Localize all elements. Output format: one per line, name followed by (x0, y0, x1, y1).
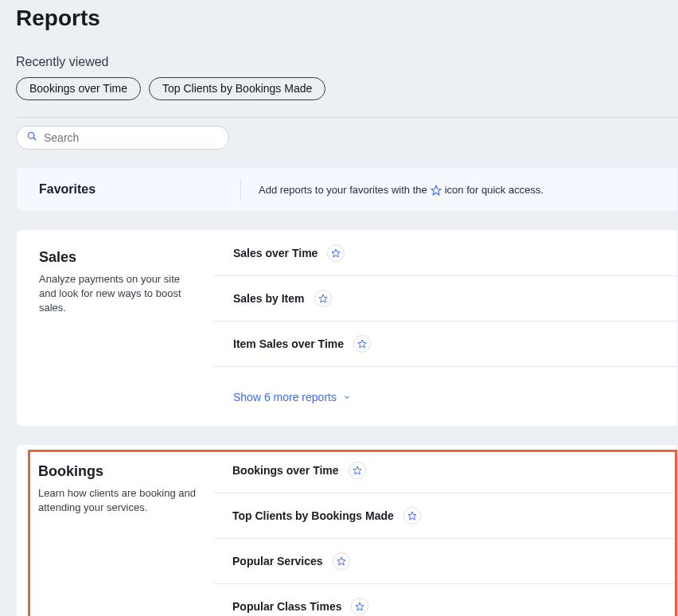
report-name: Bookings over Time (232, 464, 339, 477)
favorites-hint-text: Add reports to your favorites with the (259, 184, 427, 196)
show-more-link[interactable]: Show 6 more reports (214, 367, 677, 408)
svg-marker-5 (358, 340, 366, 348)
sales-title: Sales (39, 249, 190, 266)
show-more-label: Show 6 more reports (233, 391, 337, 404)
favorites-hint: Add reports to your favorites with the i… (241, 184, 544, 196)
favorites-card: Favorites Add reports to your favorites … (16, 167, 678, 212)
bookings-description: Learn how clients are booking and attend… (38, 486, 199, 515)
svg-marker-8 (337, 557, 345, 565)
page-title: Reports (2, 0, 678, 31)
search-input[interactable] (44, 131, 219, 144)
report-name: Popular Class Times (232, 600, 341, 613)
report-row[interactable]: Popular Class Times (213, 584, 675, 616)
sales-section: Sales Analyze payments on your site and … (16, 229, 678, 427)
recently-viewed-label: Recently viewed (2, 31, 678, 77)
bookings-title: Bookings (38, 463, 199, 480)
report-name: Sales by Item (233, 292, 305, 305)
bookings-section: Bookings Learn how clients are booking a… (16, 444, 678, 616)
report-row[interactable]: Item Sales over Time (214, 322, 677, 367)
report-row[interactable]: Top Clients by Bookings Made (213, 493, 675, 539)
favorite-button[interactable] (351, 598, 368, 615)
report-name: Top Clients by Bookings Made (232, 509, 394, 522)
favorites-hint-text: icon for quick access. (445, 184, 544, 196)
svg-marker-3 (332, 249, 340, 257)
sales-description: Analyze payments on your site and look f… (39, 272, 190, 316)
favorite-button[interactable] (349, 462, 366, 479)
report-row[interactable]: Popular Services (213, 539, 675, 584)
svg-marker-9 (356, 602, 364, 610)
star-icon (431, 185, 442, 196)
report-name: Sales over Time (233, 247, 318, 259)
svg-marker-6 (353, 466, 361, 474)
favorite-button[interactable] (353, 335, 371, 353)
search-icon (26, 131, 37, 145)
report-row[interactable]: Bookings over Time (213, 454, 675, 493)
recent-chip[interactable]: Top Clients by Bookings Made (149, 77, 325, 100)
favorite-button[interactable] (403, 507, 421, 524)
favorite-button[interactable] (327, 244, 345, 262)
svg-line-1 (33, 138, 36, 140)
recently-viewed-chips: Bookings over Time Top Clients by Bookin… (2, 77, 678, 100)
report-name: Item Sales over Time (233, 337, 344, 350)
favorite-button[interactable] (333, 552, 350, 570)
recent-chip[interactable]: Bookings over Time (16, 77, 141, 100)
svg-point-0 (28, 132, 34, 138)
divider (16, 117, 678, 118)
report-row[interactable]: Sales by Item (214, 276, 677, 322)
chevron-down-icon (343, 391, 351, 404)
report-row[interactable]: Sales over Time (214, 236, 677, 276)
svg-marker-7 (408, 512, 416, 520)
svg-marker-4 (319, 294, 327, 302)
search-field[interactable] (16, 126, 229, 150)
highlight-frame: Bookings Learn how clients are booking a… (28, 450, 677, 616)
favorite-button[interactable] (314, 290, 332, 307)
svg-marker-2 (431, 185, 441, 195)
favorites-title: Favorites (17, 179, 241, 200)
report-name: Popular Services (232, 555, 323, 567)
